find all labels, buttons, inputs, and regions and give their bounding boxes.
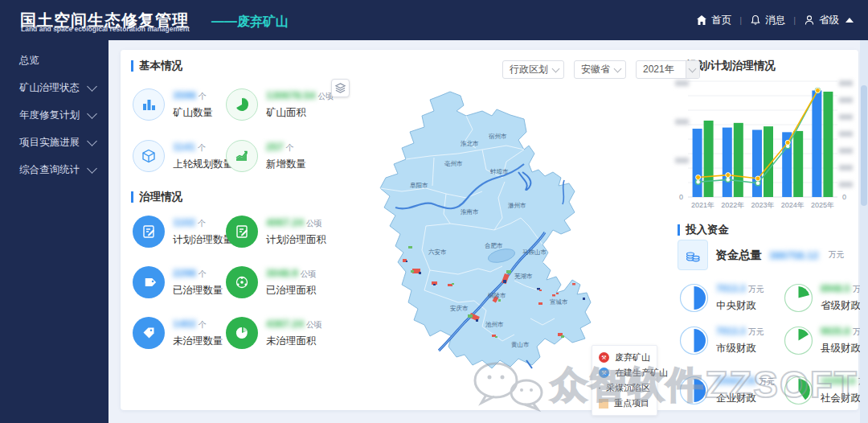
stat-prev-plan-count: 1141个 上轮规划数量 bbox=[133, 140, 227, 172]
chevron-down-icon bbox=[87, 109, 97, 119]
svg-text:阜阳市: 阜阳市 bbox=[410, 182, 428, 189]
sidebar-item-query-stats[interactable]: 综合查询统计 bbox=[0, 156, 108, 183]
legend-key-project[interactable]: 重点项目 bbox=[599, 396, 650, 411]
legend-abandoned-mine[interactable]: ⚒ 废弃矿山 bbox=[599, 350, 650, 365]
stat-untreated-count: 1402个 未治理数量 bbox=[133, 317, 227, 349]
fund-enterprise: 20563.35万元 企业财政 bbox=[679, 376, 775, 405]
chevron-down-icon bbox=[552, 64, 560, 72]
svg-text:六安市: 六安市 bbox=[428, 248, 447, 256]
orange-square-marker-icon bbox=[599, 399, 608, 409]
sidebar-item-project-progress[interactable]: 项目实施进展 bbox=[0, 129, 108, 156]
legend-producing-mine[interactable]: ⚒ 在建生产矿山 bbox=[599, 365, 650, 380]
user-icon bbox=[804, 14, 815, 26]
svg-text:滁州市: 滁州市 bbox=[508, 202, 526, 209]
map-layers-button[interactable] bbox=[331, 79, 350, 97]
third-pie-icon bbox=[784, 376, 813, 405]
tag-icon bbox=[133, 317, 165, 349]
svg-text:芜湖市: 芜湖市 bbox=[514, 273, 533, 280]
svg-text:2024年: 2024年 bbox=[781, 201, 805, 209]
redacted-y-tick bbox=[839, 131, 853, 137]
chevron-down-icon bbox=[87, 163, 97, 174]
redacted-y-tick bbox=[839, 114, 853, 120]
svg-text:黄山市: 黄山市 bbox=[511, 341, 530, 348]
nav-home[interactable]: 首页 bbox=[696, 14, 731, 27]
nav-user-level[interactable]: 省级 bbox=[804, 14, 854, 27]
funds-total: 资金总量 386758.12 万元 bbox=[678, 240, 844, 270]
tag-icon bbox=[133, 266, 165, 298]
svg-text:蚌埠市: 蚌埠市 bbox=[490, 168, 509, 175]
edit-doc-icon bbox=[133, 216, 165, 248]
svg-text:淮北市: 淮北市 bbox=[461, 140, 479, 147]
stat-mine-count: 3598个 矿山数量 bbox=[133, 88, 227, 121]
svg-text:铜陵市: 铜陵市 bbox=[487, 292, 506, 299]
treatment-trend-chart: 2021年2022年2023年2024年2025年00 bbox=[675, 74, 850, 217]
nav-messages[interactable]: 消息 bbox=[750, 14, 785, 27]
stat-new-count: 257个 新增数量 bbox=[226, 140, 321, 172]
map-legend: ⚒ 废弃矿山 ⚒ 在建生产矿山 采煤沉陷区 重点项目 bbox=[592, 345, 657, 416]
svg-text:安庆市: 安庆市 bbox=[450, 305, 469, 312]
svg-text:马鞍山市: 马鞍山市 bbox=[522, 248, 547, 256]
scrollbar-track[interactable] bbox=[860, 40, 868, 423]
section-treatment-info: 治理情况 bbox=[131, 190, 182, 204]
stat-untreated-area: 4367.24公顷 未治理面积 bbox=[226, 317, 321, 349]
app-brand: 国土空间生态修复管理 Land and space ecological res… bbox=[20, 10, 289, 31]
sidebar: 总览 矿山治理状态 年度修复计划 项目实施进展 综合查询统计 bbox=[0, 40, 108, 423]
header-nav: 首页 | 消息 | 省级 bbox=[696, 0, 854, 40]
redacted-y-tick bbox=[675, 158, 689, 163]
fund-social: 10358.6万元 社会财政 bbox=[784, 376, 868, 405]
svg-text:宣城市: 宣城市 bbox=[550, 298, 568, 306]
year-select[interactable]: 2021年 bbox=[636, 60, 700, 79]
svg-text:宿州市: 宿州市 bbox=[489, 133, 507, 140]
pie-chart-icon bbox=[226, 88, 258, 121]
svg-text:淮南市: 淮南市 bbox=[461, 208, 479, 216]
quarter-pie-icon bbox=[784, 326, 813, 355]
svg-text:亳州市: 亳州市 bbox=[444, 160, 463, 167]
chevron-down-icon bbox=[87, 81, 97, 92]
svg-text:2021年: 2021年 bbox=[691, 201, 714, 209]
filter-bar: 行政区划 安徽省 2021年 bbox=[502, 60, 700, 79]
fund-municipal: 7013.3万元 市级财政 bbox=[679, 326, 764, 355]
half-pie-icon bbox=[679, 326, 709, 355]
bell-icon bbox=[750, 14, 761, 26]
legend-subsidence-area[interactable]: 采煤沉陷区 bbox=[599, 380, 650, 396]
edit-doc-icon bbox=[226, 216, 258, 248]
svg-text:0: 0 bbox=[842, 193, 846, 201]
stat-treated-count: 2298个 已治理数量 bbox=[133, 266, 227, 298]
quarter-pie-icon bbox=[784, 283, 813, 313]
stat-mine-area: 130678.54公顷 矿山面积 bbox=[226, 88, 321, 121]
app-header: 国土空间生态修复管理 Land and space ecological res… bbox=[0, 0, 868, 40]
redacted-y-tick bbox=[839, 97, 853, 103]
cube-icon bbox=[133, 140, 165, 172]
bar-chart-icon bbox=[133, 88, 165, 121]
redacted-y-tick bbox=[839, 80, 853, 86]
svg-text:合肥市: 合肥市 bbox=[485, 242, 503, 249]
scrollbar-thumb[interactable] bbox=[861, 85, 867, 206]
trend-up-icon bbox=[226, 140, 258, 172]
section-funds-title: 投入资金 bbox=[678, 223, 729, 237]
caret-up-icon bbox=[845, 18, 854, 23]
redacted-y-tick bbox=[675, 80, 689, 86]
sidebar-item-annual-plan[interactable]: 年度修复计划 bbox=[0, 101, 108, 129]
svg-text:2023年: 2023年 bbox=[751, 201, 774, 209]
province-select[interactable]: 安徽省 bbox=[574, 60, 626, 79]
app-subtitle-en: Land and space ecological restoration ma… bbox=[21, 25, 190, 33]
blue-mine-marker-icon: ⚒ bbox=[599, 368, 609, 378]
black-subsidence-marker-icon bbox=[599, 383, 600, 393]
redacted-y-tick bbox=[839, 148, 853, 154]
sidebar-item-mine-status[interactable]: 矿山治理状态 bbox=[0, 74, 108, 101]
section-basic-info: 基本情况 bbox=[131, 59, 182, 73]
chevron-down-icon bbox=[614, 64, 622, 72]
pie-chart-icon bbox=[226, 317, 258, 349]
fund-central: 7013.3万元 中央财政 bbox=[679, 283, 764, 313]
region-type-select[interactable]: 行政区划 bbox=[502, 60, 564, 79]
half-pie-icon bbox=[679, 283, 709, 313]
fund-provincial: 8948.5万元 省级财政 bbox=[784, 283, 868, 313]
stat-planned-treat-area: 4067.24公顷 计划治理面积 bbox=[226, 216, 321, 248]
stat-planned-treat-count: 1102个 计划治理数量 bbox=[133, 216, 227, 248]
half-pie-icon bbox=[679, 376, 709, 405]
redacted-y-tick bbox=[839, 182, 853, 187]
nav-separator: | bbox=[739, 15, 742, 25]
sidebar-item-overview[interactable]: 总览 bbox=[0, 47, 108, 74]
coins-icon bbox=[678, 240, 708, 270]
chevron-down-icon bbox=[87, 136, 97, 146]
